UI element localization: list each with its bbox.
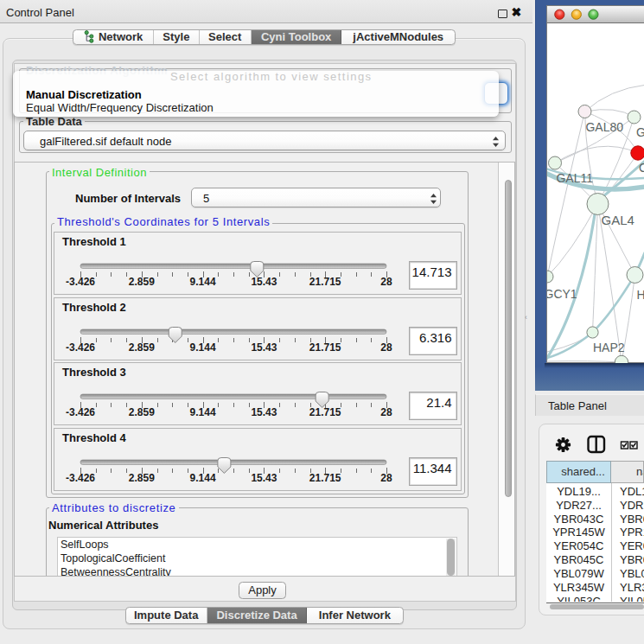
svg-text:-3.426: -3.426 [66, 276, 95, 288]
svg-text:9.144: 9.144 [190, 406, 216, 418]
svg-text:21.715: 21.715 [309, 406, 341, 418]
svg-text:15.43: 15.43 [251, 406, 277, 418]
svg-text:-3.426: -3.426 [66, 406, 95, 418]
svg-text:28: 28 [380, 472, 392, 484]
svg-text:CY: CY [639, 161, 644, 175]
svg-text:21.715: 21.715 [309, 341, 341, 354]
svg-text:GAL80: GAL80 [585, 120, 623, 134]
svg-text:28: 28 [380, 276, 392, 288]
svg-text:GCY1: GCY1 [547, 287, 577, 301]
svg-text:HA: HA [636, 288, 644, 302]
svg-text:15.43: 15.43 [251, 472, 277, 484]
svg-text:15.43: 15.43 [251, 276, 277, 288]
svg-text:2.859: 2.859 [129, 472, 155, 484]
svg-text:9.144: 9.144 [190, 276, 216, 288]
svg-text:2.859: 2.859 [129, 276, 155, 288]
svg-text:9.144: 9.144 [190, 472, 216, 484]
svg-text:21.715: 21.715 [309, 472, 341, 484]
svg-text:28: 28 [380, 341, 392, 354]
svg-text:GAL4: GAL4 [601, 213, 634, 227]
svg-text:GA: GA [636, 125, 644, 139]
svg-text:28: 28 [380, 406, 392, 418]
svg-text:-3.426: -3.426 [66, 472, 95, 484]
svg-text:15.43: 15.43 [251, 341, 277, 354]
svg-text:2.859: 2.859 [129, 341, 155, 354]
svg-text:-3.426: -3.426 [66, 341, 95, 354]
svg-text:HAP2: HAP2 [593, 341, 625, 354]
svg-text:2.859: 2.859 [129, 406, 155, 418]
svg-text:9.144: 9.144 [190, 341, 216, 354]
svg-text:21.715: 21.715 [309, 276, 341, 288]
svg-text:GAL11: GAL11 [556, 171, 593, 185]
